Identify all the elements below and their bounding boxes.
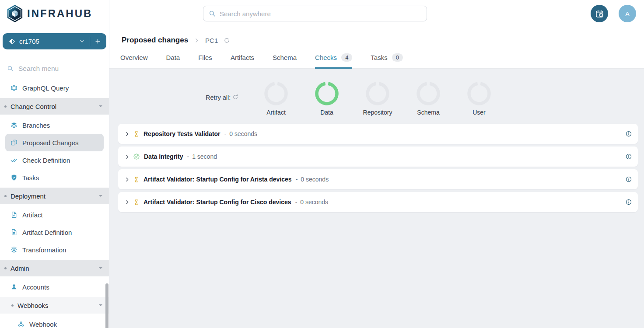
global-search-input[interactable] xyxy=(220,10,427,17)
validator-name: Artifact Validator: Startup Config for A… xyxy=(144,176,292,183)
calendar-clock-icon xyxy=(595,9,604,18)
tab-data[interactable]: Data xyxy=(166,53,180,69)
branches-icon xyxy=(10,122,18,129)
bullet-icon xyxy=(4,105,7,108)
retry-all-button[interactable] xyxy=(232,94,238,102)
add-branch-button[interactable] xyxy=(94,38,101,45)
progress-ring-icon xyxy=(366,82,389,105)
tab-checks[interactable]: Checks 4 xyxy=(315,53,352,69)
validator-list: Repository Tests Validator - 0 seconds D… xyxy=(118,124,638,215)
double-check-icon xyxy=(10,157,18,164)
tab-schema[interactable]: Schema xyxy=(273,53,297,69)
validator-name: Repository Tests Validator xyxy=(144,130,220,137)
proposed-changes-icon xyxy=(10,139,18,146)
tasks-count-badge: 0 xyxy=(392,53,403,62)
sidebar-item-artifact[interactable]: Artifact xyxy=(0,206,109,223)
sidebar-section-change-control[interactable]: Change Control xyxy=(0,98,109,115)
refresh-button[interactable] xyxy=(224,37,230,44)
sidebar-section-admin[interactable]: Admin xyxy=(0,260,109,276)
expand-chevron-icon[interactable] xyxy=(124,154,130,160)
tab-artifacts[interactable]: Artifacts xyxy=(231,53,254,69)
caret-down-icon xyxy=(98,104,103,108)
menu-search-input[interactable] xyxy=(18,65,93,73)
sidebar-item-accounts[interactable]: Accounts xyxy=(0,278,109,296)
tab-tasks[interactable]: Tasks 0 xyxy=(371,53,403,69)
hourglass-icon xyxy=(133,131,139,137)
validator-duration: 0 seconds xyxy=(229,130,257,137)
validator-duration: 0 seconds xyxy=(300,199,328,206)
check-circle-icon xyxy=(133,154,140,160)
branch-name: cr1705 xyxy=(19,38,79,45)
tab-overview[interactable]: Overview xyxy=(120,53,148,69)
search-icon xyxy=(209,10,216,17)
schedule-button[interactable] xyxy=(591,5,608,22)
document-lines-icon xyxy=(10,229,18,236)
sidebar-item-label: Accounts xyxy=(22,283,49,291)
sidebar-section-webhooks[interactable]: Webhooks xyxy=(0,297,109,314)
search-icon xyxy=(7,65,14,72)
divider xyxy=(90,37,90,46)
info-icon[interactable] xyxy=(626,176,632,182)
sidebar-item-webhook[interactable]: Webhook xyxy=(0,315,109,328)
sidebar-item-graphql-query[interactable]: GraphQL Query xyxy=(0,79,109,97)
sidebar-item-tasks[interactable]: Tasks xyxy=(0,169,109,186)
validator-row[interactable]: Data Integrity - 1 second xyxy=(118,147,638,167)
expand-chevron-icon[interactable] xyxy=(124,199,130,205)
global-search[interactable] xyxy=(203,6,427,21)
check-category-user[interactable]: User xyxy=(454,82,504,116)
app-logo[interactable]: INFRAHUB xyxy=(0,0,109,27)
sidebar-item-label: Webhook xyxy=(29,321,57,328)
info-icon[interactable] xyxy=(626,131,632,137)
avatar[interactable]: A xyxy=(619,5,636,22)
bullet-icon xyxy=(4,195,7,197)
sidebar: INFRAHUB cr1705 xyxy=(0,0,109,328)
checks-count-badge: 4 xyxy=(341,53,352,62)
sidebar-item-label: Proposed Changes xyxy=(22,139,78,147)
info-icon[interactable] xyxy=(626,154,632,160)
validator-duration: 0 seconds xyxy=(301,176,329,183)
sidebar-item-branches[interactable]: Branches xyxy=(0,116,109,134)
tab-files[interactable]: Files xyxy=(198,53,212,69)
check-category-data[interactable]: Data xyxy=(301,82,352,116)
brand-wordmark: INFRAHUB xyxy=(27,7,92,20)
gear-icon xyxy=(10,246,18,253)
sidebar-item-artifact-definition[interactable]: Artifact Definition xyxy=(0,223,109,241)
sidebar-item-label: Artifact Definition xyxy=(22,229,72,236)
sidebar-item-proposed-changes[interactable]: Proposed Changes xyxy=(5,134,104,151)
webhook-icon xyxy=(18,321,24,328)
breadcrumb-section[interactable]: Proposed changes xyxy=(122,36,188,45)
progress-ring-icon xyxy=(315,82,339,105)
validator-row[interactable]: Artifact Validator: Startup Config for C… xyxy=(118,192,638,212)
expand-chevron-icon[interactable] xyxy=(124,131,130,137)
document-check-icon xyxy=(10,211,18,218)
sidebar-section-label: Webhooks xyxy=(18,302,49,309)
progress-ring-icon xyxy=(467,82,491,105)
retry-all-label: Retry all: xyxy=(206,94,231,101)
chevron-down-icon[interactable] xyxy=(79,38,85,45)
caret-down-icon xyxy=(98,303,103,307)
validator-duration: 1 second xyxy=(192,153,217,160)
check-category-repository[interactable]: Repository xyxy=(352,82,403,116)
check-category-artifact[interactable]: Artifact xyxy=(251,82,301,116)
expand-chevron-icon[interactable] xyxy=(124,177,130,182)
validator-row[interactable]: Repository Tests Validator - 0 seconds xyxy=(118,124,638,144)
progress-ring-icon xyxy=(416,82,440,105)
sidebar-item-transformation[interactable]: Transformation xyxy=(0,241,109,258)
sidebar-item-label: Tasks xyxy=(22,174,39,181)
check-category-schema[interactable]: Schema xyxy=(403,82,454,116)
sidebar-item-check-definition[interactable]: Check Definition xyxy=(0,151,109,169)
sidebar-item-label: Check Definition xyxy=(22,157,70,164)
tab-bar: Overview Data Files Artifacts Schema Che… xyxy=(120,53,403,69)
sidebar-nav: GraphQL Query Change Control Branches xyxy=(0,79,109,328)
info-icon[interactable] xyxy=(626,199,632,205)
shield-check-icon xyxy=(10,174,18,181)
sidebar-search[interactable] xyxy=(0,58,109,79)
validator-row[interactable]: Artifact Validator: Startup Config for A… xyxy=(118,169,638,189)
sidebar-scrollbar[interactable] xyxy=(105,283,108,328)
sidebar-section-deployment[interactable]: Deployment xyxy=(0,188,109,204)
sidebar-item-label: Transformation xyxy=(22,246,66,254)
branch-selector[interactable]: cr1705 xyxy=(3,33,106,49)
validator-name: Artifact Validator: Startup Config for C… xyxy=(144,199,291,206)
caret-down-icon xyxy=(98,266,103,270)
bullet-icon xyxy=(4,267,7,269)
